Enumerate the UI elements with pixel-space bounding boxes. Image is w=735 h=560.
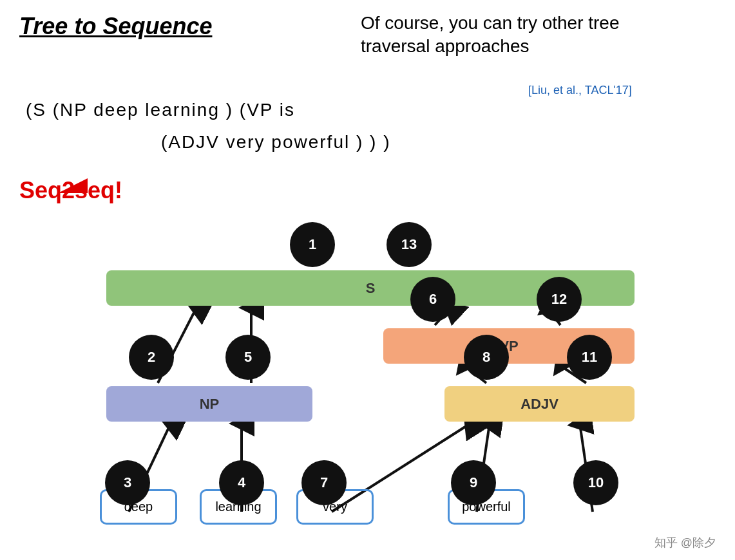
right-text-line1: Of course, you can try other tree — [361, 12, 620, 35]
node-7: 7 — [301, 460, 347, 505]
node-13: 13 — [387, 222, 432, 267]
bar-s-label: S — [366, 280, 376, 297]
node-2: 2 — [129, 335, 174, 380]
bar-adjv-label: ADJV — [520, 396, 558, 413]
right-text-block: Of course, you can try other tree traver… — [361, 12, 620, 59]
bar-np-label: NP — [200, 396, 220, 413]
node-3: 3 — [105, 460, 150, 505]
node-11: 11 — [567, 335, 612, 380]
node-5: 5 — [225, 335, 271, 380]
node-4: 4 — [219, 460, 264, 505]
node-12: 12 — [537, 277, 582, 322]
node-9: 9 — [451, 460, 496, 505]
citation: [Liu, et al., TACL'17] — [528, 84, 632, 97]
node-1: 1 — [290, 222, 335, 267]
red-arrow-svg — [19, 97, 213, 193]
bar-np: NP — [106, 386, 312, 422]
bar-adjv: ADJV — [444, 386, 635, 422]
node-6: 6 — [410, 277, 455, 322]
page-title: Tree to Sequence — [19, 13, 212, 40]
node-8: 8 — [464, 335, 509, 380]
right-text-line2: traversal approaches — [361, 35, 620, 58]
watermark: 知乎 @除夕 — [654, 535, 716, 550]
node-10: 10 — [573, 460, 618, 505]
